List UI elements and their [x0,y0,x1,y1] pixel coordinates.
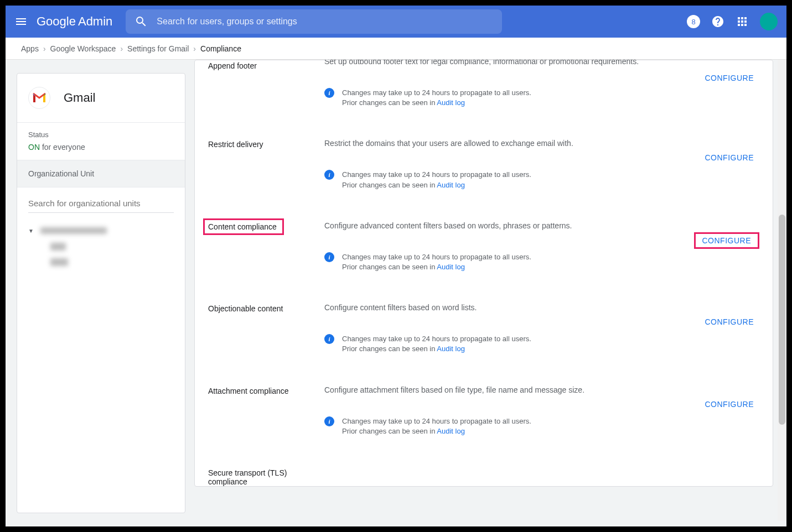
audit-log-link[interactable]: Audit log [437,98,465,107]
apps-grid-icon[interactable] [736,15,749,28]
info-icon: i [324,170,334,180]
scrollbar-track [778,60,786,521]
audit-log-link[interactable]: Audit log [437,427,465,435]
setting-title: Attachment compliance [208,385,324,436]
breadcrumb-workspace[interactable]: Google Workspace [50,44,116,53]
ou-item[interactable] [50,258,68,266]
info-icon: i [324,416,334,426]
setting-desc: Configure content filters based on word … [324,303,759,312]
menu-icon[interactable] [14,15,28,28]
setting-desc: Set up outbound footer text for legal co… [324,60,759,66]
setting-title: Restrict delivery [208,139,324,190]
app-title: Gmail [64,91,95,105]
app-header: Google Admin 8 [6,6,786,38]
setting-objectionable-content: Objectionable content Configure content … [195,290,773,372]
ou-item-root[interactable]: ▼ [28,224,174,237]
logo[interactable]: Google Admin [37,14,112,29]
audit-log-link[interactable]: Audit log [437,181,465,189]
logo-google: Google [37,14,76,29]
setting-tls-compliance: Secure transport (TLS) compliance [195,454,773,486]
chevron-right-icon: › [43,44,46,53]
breadcrumb-current: Compliance [200,44,241,53]
avatar[interactable] [760,13,778,30]
main-content: Append footer Set up outbound footer tex… [194,60,773,513]
info-icon: i [324,88,334,98]
info-text: Changes may take up to 24 hours to propa… [342,416,531,436]
ou-tree: ▼ [17,217,185,513]
info-text: Changes may take up to 24 hours to propa… [342,334,531,354]
status-text: for everyone [40,143,85,152]
chevron-down-icon: ▼ [28,228,34,234]
setting-restrict-delivery: Restrict delivery Restrict the domains t… [195,126,773,207]
help-icon[interactable] [711,15,724,28]
breadcrumb: Apps › Google Workspace › Settings for G… [6,38,786,60]
setting-title: Secure transport (TLS) compliance [208,467,324,486]
chevron-right-icon: › [120,44,123,53]
status-on: ON [28,143,40,152]
info-icon: i [324,334,334,344]
configure-button[interactable]: CONFIGURE [700,397,760,412]
info-text: Changes may take up to 24 hours to propa… [342,252,531,272]
setting-content-compliance: Content compliance Configure advanced co… [195,208,773,290]
sidebar: Gmail Status ON for everyone Organizatio… [17,73,185,513]
search-input[interactable] [157,17,493,27]
search-icon [134,15,148,28]
setting-attachment-compliance: Attachment compliance Configure attachme… [195,372,773,454]
chevron-right-icon: › [193,44,196,53]
gmail-icon [28,87,50,109]
ou-section-label: Organizational Unit [17,160,185,187]
audit-log-link[interactable]: Audit log [437,345,465,353]
setting-desc: Configure attachment filters based on fi… [324,385,759,394]
info-text: Changes may take up to 24 hours to propa… [342,170,531,190]
configure-button[interactable]: CONFIGURE [700,314,760,330]
setting-desc: Configure advanced content filters based… [324,221,759,230]
setting-append-footer: Append footer Set up outbound footer tex… [195,60,773,126]
ou-item[interactable] [50,243,66,251]
setting-title: Append footer [208,60,324,108]
ou-search-input[interactable] [28,194,174,213]
scrollbar-thumb[interactable] [779,215,785,425]
configure-button[interactable]: CONFIGURE [694,232,760,249]
audit-log-link[interactable]: Audit log [437,263,465,271]
setting-title: Content compliance [208,221,324,272]
setting-title: Objectionable content [208,303,324,354]
configure-button[interactable]: CONFIGURE [700,150,760,165]
configure-button[interactable]: CONFIGURE [700,70,760,86]
logo-admin: Admin [78,14,112,29]
setting-desc: Restrict the domains that your users are… [324,139,759,148]
status-label: Status [28,131,174,139]
info-text: Changes may take up to 24 hours to propa… [342,88,531,108]
breadcrumb-gmail-settings[interactable]: Settings for Gmail [127,44,189,53]
breadcrumb-apps[interactable]: Apps [21,44,39,53]
info-icon: i [324,252,334,262]
notifications-badge[interactable]: 8 [687,15,700,28]
search-bar[interactable] [126,9,502,34]
